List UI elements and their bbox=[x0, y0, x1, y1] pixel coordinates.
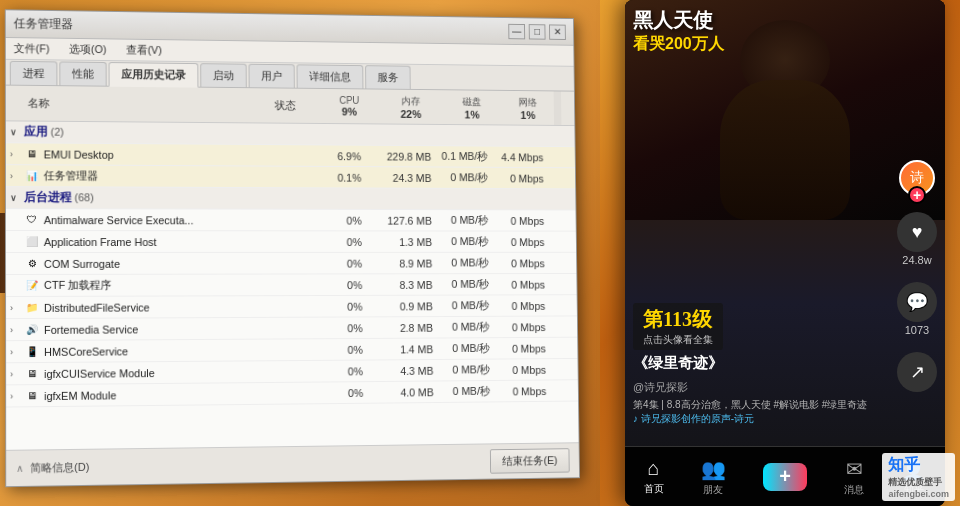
share-group[interactable]: ↗ bbox=[897, 352, 937, 392]
ctf-icon: 📝 bbox=[24, 277, 40, 293]
table-row[interactable]: ⚙ COM Surrogate 0% 8.9 MB 0 MB/秒 0 Mbps bbox=[6, 253, 576, 275]
disk-hmscore: 0 MB/秒 bbox=[437, 341, 494, 356]
process-name-igfxcui: igfxCUIService Module bbox=[44, 366, 241, 380]
disk-fortemedia: 0 MB/秒 bbox=[437, 320, 494, 335]
end-task-button[interactable]: 结束任务(E) bbox=[490, 448, 570, 474]
home-icon: ⌂ bbox=[648, 457, 660, 480]
minimize-button[interactable]: — bbox=[508, 23, 525, 39]
window-controls: — □ ✕ bbox=[508, 23, 566, 39]
taskmgr-icon: 📊 bbox=[24, 168, 40, 184]
share-icon[interactable]: ↗ bbox=[897, 352, 937, 392]
col-header-memory[interactable]: 内存 22% bbox=[378, 94, 444, 120]
net-igfxcui: 0 Mbps bbox=[494, 363, 550, 375]
tab-details[interactable]: 详细信息 bbox=[297, 64, 364, 88]
cpu-emui: 6.9% bbox=[312, 150, 369, 162]
window-title: 任务管理器 bbox=[14, 15, 509, 39]
scrollbar-area[interactable] bbox=[554, 91, 562, 125]
process-list: ∨ 应用 (2) › 🖥 EMUI Desktop 6.9% 229.8 MB … bbox=[6, 121, 579, 458]
fortemedia-icon: 🔊 bbox=[24, 321, 40, 337]
mem-fortemedia: 2.8 MB bbox=[370, 321, 437, 333]
menu-view[interactable]: 查看(V) bbox=[122, 41, 166, 60]
process-name-fortemedia: Fortemedia Service bbox=[44, 322, 241, 335]
table-row[interactable]: ⬜ Application Frame Host 0% 1.3 MB 0 MB/… bbox=[6, 231, 576, 253]
cpu-hmscore: 0% bbox=[313, 343, 371, 355]
table-row[interactable]: 📝 CTF 加载程序 0% 8.3 MB 0 MB/秒 0 Mbps bbox=[6, 274, 577, 297]
like-group[interactable]: ♥ 24.8w bbox=[897, 212, 937, 266]
table-row[interactable]: 🛡 Antimalware Service Executa... 0% 127.… bbox=[6, 209, 576, 232]
col-header-network[interactable]: 网络 1% bbox=[500, 95, 556, 120]
movie-title: 《绿里奇迹》 bbox=[633, 354, 890, 373]
tab-app-history[interactable]: 应用历史记录 bbox=[109, 62, 199, 88]
cpu-fortemedia: 0% bbox=[313, 322, 371, 334]
igfxcui-icon: 🖥 bbox=[24, 366, 40, 382]
table-row[interactable]: › 📁 DistributedFileService 0% 0.9 MB 0 M… bbox=[6, 295, 577, 319]
net-fortemedia: 0 Mbps bbox=[493, 321, 549, 333]
watermark-site: aifengbei.com bbox=[888, 489, 949, 499]
like-count: 24.8w bbox=[902, 254, 931, 266]
nav-add[interactable]: + bbox=[763, 463, 807, 491]
process-name-taskmgr: 任务管理器 bbox=[44, 168, 240, 184]
net-taskmgr: 0 Mbps bbox=[491, 172, 547, 184]
watermark-tagline: 精选优质壁手 bbox=[888, 476, 949, 489]
col-header-cpu[interactable]: CPU 9% bbox=[321, 95, 378, 118]
creator-avatar-group: 诗 + bbox=[899, 160, 935, 196]
process-name-igfxem: igfxEM Module bbox=[44, 388, 241, 402]
apps-section-label: 应用 bbox=[24, 124, 48, 138]
hashtag-1: ♪ 诗兄探影创作的原声-诗元 bbox=[633, 412, 890, 426]
episode-sublabel: 点击头像看全集 bbox=[643, 333, 713, 347]
comment-icon[interactable]: 💬 bbox=[897, 282, 937, 322]
antimalware-icon: 🛡 bbox=[24, 212, 40, 228]
dfs-icon: 📁 bbox=[24, 299, 40, 315]
section-background-header: ∨ 后台进程 (68) bbox=[6, 187, 576, 210]
footer-brief-label[interactable]: 简略信息(D) bbox=[30, 461, 89, 474]
message-icon: ✉ bbox=[846, 457, 863, 481]
tab-users[interactable]: 用户 bbox=[249, 64, 295, 88]
cpu-appframe: 0% bbox=[312, 236, 369, 248]
col-header-status[interactable]: 状态 bbox=[249, 98, 321, 113]
cpu-ctf: 0% bbox=[313, 279, 370, 291]
bg-section-label: 后台进程 bbox=[24, 190, 72, 204]
process-name-appframe: Application Frame Host bbox=[44, 236, 240, 248]
table-row[interactable]: › 📊 任务管理器 0.1% 24.3 MB 0 MB/秒 0 Mbps bbox=[6, 165, 575, 189]
status-igfxem bbox=[241, 393, 313, 394]
disk-emui: 0.1 MB/秒 bbox=[435, 149, 491, 164]
apps-section-count: (2) bbox=[51, 126, 64, 138]
hmscore-icon: 📱 bbox=[24, 343, 40, 359]
net-igfxem: 0 Mbps bbox=[494, 385, 550, 397]
menu-options[interactable]: 选项(O) bbox=[65, 40, 110, 59]
mem-taskmgr: 24.3 MB bbox=[369, 171, 435, 183]
episode-label: 第113级 bbox=[643, 306, 713, 333]
video-description: 第4集 | 8.8高分治愈，黑人天使 #解说电影 #绿里奇迹 bbox=[633, 397, 890, 412]
col-header-name[interactable]: 名称 bbox=[24, 96, 249, 113]
tab-processes[interactable]: 进程 bbox=[10, 61, 58, 85]
col-header-disk[interactable]: 磁盘 1% bbox=[444, 95, 500, 121]
like-icon[interactable]: ♥ bbox=[897, 212, 937, 252]
follow-button[interactable]: + bbox=[908, 186, 926, 204]
disk-igfxem: 0 MB/秒 bbox=[437, 384, 494, 399]
tab-startup[interactable]: 启动 bbox=[200, 63, 247, 87]
disk-dfs: 0 MB/秒 bbox=[436, 298, 493, 313]
tab-performance[interactable]: 性能 bbox=[59, 61, 106, 85]
nav-home[interactable]: ⌂ 首页 bbox=[644, 457, 664, 496]
comment-group[interactable]: 💬 1073 bbox=[897, 282, 937, 336]
disk-ctf: 0 MB/秒 bbox=[436, 277, 493, 292]
nav-friends[interactable]: 👥 朋友 bbox=[701, 457, 726, 497]
disk-appframe: 0 MB/秒 bbox=[436, 234, 493, 249]
maximize-button[interactable]: □ bbox=[529, 24, 546, 40]
net-antimalware: 0 Mbps bbox=[492, 215, 548, 227]
table-row[interactable]: › 🖥 igfxEM Module 0% 4.0 MB 0 MB/秒 0 Mbp… bbox=[6, 380, 578, 407]
close-button[interactable]: ✕ bbox=[549, 24, 566, 40]
nav-messages[interactable]: ✉ 消息 bbox=[844, 457, 864, 497]
process-name-emui: EMUI Desktop bbox=[44, 148, 240, 161]
add-video-button[interactable]: + bbox=[763, 463, 807, 491]
table-row[interactable]: › 🖥 EMUI Desktop 6.9% 229.8 MB 0.1 MB/秒 … bbox=[6, 143, 575, 168]
watermark-brand: 知乎 bbox=[888, 455, 949, 476]
watermark: 知乎 精选优质壁手 aifengbei.com bbox=[882, 453, 955, 501]
net-ctf: 0 Mbps bbox=[493, 278, 549, 290]
cpu-dfs: 0% bbox=[313, 300, 370, 312]
net-dfs: 0 Mbps bbox=[493, 300, 549, 312]
tab-services[interactable]: 服务 bbox=[365, 65, 411, 89]
net-appframe: 0 Mbps bbox=[492, 236, 548, 248]
menu-file[interactable]: 文件(F) bbox=[10, 39, 54, 58]
tiktok-subtitle: 看哭200万人 bbox=[633, 34, 937, 55]
